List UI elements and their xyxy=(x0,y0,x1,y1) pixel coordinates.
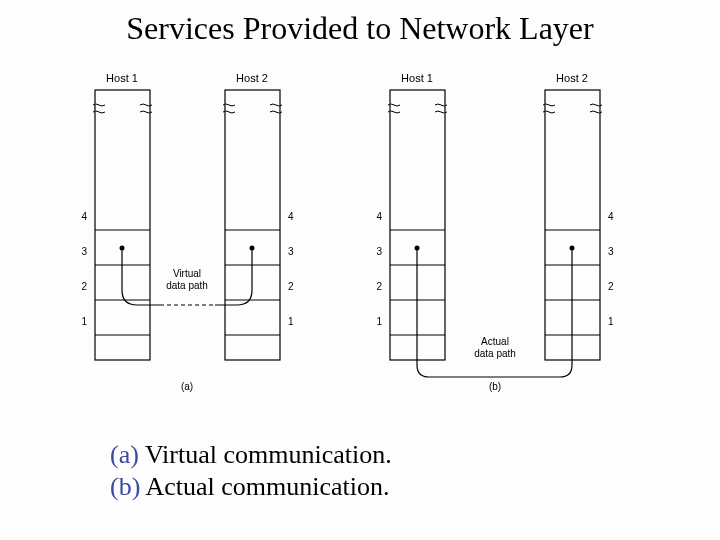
layer-num-3: 3 xyxy=(81,246,87,257)
sublabel-b: (b) xyxy=(489,381,501,392)
caption-a-prefix: (a) xyxy=(110,440,145,469)
layer-num-3: 3 xyxy=(608,246,614,257)
virtual-path-right xyxy=(215,248,252,305)
layer-num-4: 4 xyxy=(608,211,614,222)
svg-rect-0 xyxy=(95,90,150,360)
layer-num-4: 4 xyxy=(81,211,87,222)
host-label: Host 1 xyxy=(401,72,433,84)
virtual-label-1: Virtual xyxy=(173,268,201,279)
virtual-path-left xyxy=(122,248,160,305)
caption-a: (a) Virtual communication. xyxy=(110,440,392,470)
layer-num-3: 3 xyxy=(288,246,294,257)
layer-num-3: 3 xyxy=(376,246,382,257)
layer-num-1: 1 xyxy=(376,316,382,327)
layer-num-2: 2 xyxy=(376,281,382,292)
layer-num-1: 1 xyxy=(608,316,614,327)
sublabel-a: (a) xyxy=(181,381,193,392)
tower-b-host2: Host 2 4 3 2 1 xyxy=(543,72,614,360)
diagram: Host 1 4 3 2 1 Host 2 xyxy=(60,70,660,410)
layer-num-1: 1 xyxy=(288,316,294,327)
slide: Services Provided to Network Layer xyxy=(0,0,720,540)
virtual-label-2: data path xyxy=(166,280,208,291)
panel-b: Host 1 4 3 2 1 Host 2 4 xyxy=(376,72,614,392)
tower-a-host1: Host 1 4 3 2 1 xyxy=(81,72,152,360)
layer-num-4: 4 xyxy=(376,211,382,222)
caption-b-prefix: (b) xyxy=(110,472,145,501)
host-label: Host 2 xyxy=(236,72,268,84)
actual-label-2: data path xyxy=(474,348,516,359)
host-label: Host 2 xyxy=(556,72,588,84)
tower-b-host1: Host 1 4 3 2 1 xyxy=(376,72,447,360)
diagram-svg: Host 1 4 3 2 1 Host 2 xyxy=(60,70,660,410)
host-label: Host 1 xyxy=(106,72,138,84)
layer-num-1: 1 xyxy=(81,316,87,327)
caption-a-text: Virtual communication. xyxy=(145,440,392,469)
caption-b: (b) Actual communication. xyxy=(110,472,389,502)
svg-rect-5 xyxy=(225,90,280,360)
layer-num-4: 4 xyxy=(288,211,294,222)
layer-num-2: 2 xyxy=(81,281,87,292)
layer-num-2: 2 xyxy=(288,281,294,292)
caption-b-text: Actual communication. xyxy=(145,472,389,501)
actual-label-1: Actual xyxy=(481,336,509,347)
tower-a-host2: Host 2 4 3 2 1 xyxy=(223,72,294,360)
page-title: Services Provided to Network Layer xyxy=(0,10,720,47)
panel-a: Host 1 4 3 2 1 Host 2 xyxy=(81,72,294,392)
layer-num-2: 2 xyxy=(608,281,614,292)
